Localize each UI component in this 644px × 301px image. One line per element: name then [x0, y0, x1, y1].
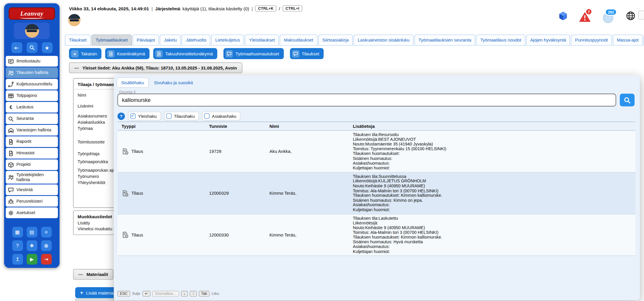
sidebar-item-label: Raportit [16, 139, 32, 144]
help-icon: ? [16, 243, 19, 249]
sidebar-item-kuljetussuunnittelu[interactable]: Kuljetussuunnittelu [6, 79, 58, 90]
tasks-button[interactable]: ▤ [27, 227, 37, 237]
tab-laskuaineiston-sisaanluku[interactable]: Laskuaineiston sisäänluku [354, 34, 414, 46]
sliders-button[interactable]: ≡ [41, 227, 52, 237]
document-icon [8, 139, 14, 145]
tab-massa-ajot[interactable]: Massa-ajot [613, 34, 643, 46]
sidebar-item-laskutus[interactable]: €Laskutus [6, 102, 58, 113]
tab-paivaajot[interactable]: Päiväajot [133, 34, 159, 46]
sidebar-item-ilmoitustaulu[interactable]: Ilmoitustaulu [6, 56, 58, 67]
site-notes-button[interactable]: Työmaahuomautukset [224, 48, 284, 59]
enter-key-badge: ↵ [142, 291, 150, 297]
magnifier-icon [8, 116, 14, 122]
euro-icon: € [8, 105, 14, 110]
sidebar-item-label: Asetukset [16, 211, 35, 215]
user-settings-button[interactable] [41, 240, 52, 251]
separator: | [251, 6, 253, 11]
header-user-avatar[interactable] [68, 14, 81, 26]
column-header-tunniste: Tunniste [205, 124, 265, 129]
tab-sivuhaku-ja-suosikit[interactable]: Sivuhaku ja suosikit [150, 78, 197, 87]
tab-lietekuljetus[interactable]: Lietekuljetus [211, 34, 244, 46]
registry-people-icon [8, 198, 14, 204]
tab-punnituspyynnot[interactable]: Punnituspyynnöt [571, 34, 612, 46]
sidebar-item-hinnastot[interactable]: Hinnastot [6, 148, 58, 158]
esc-key-badge: ESC [117, 291, 130, 297]
language-globe-button[interactable] [626, 11, 635, 22]
document-icon [157, 51, 162, 56]
sidebar-item-label: Seuranta [16, 116, 34, 121]
document-icon [108, 51, 113, 56]
tab-jakelu[interactable]: Jakelu [160, 34, 181, 46]
upload-button[interactable]: ↥ [12, 254, 23, 264]
notifications-button[interactable]: 292 [603, 13, 613, 23]
sidebar-item-varastojen-hallinta[interactable]: Varastojen hallinta [6, 125, 58, 135]
shortcut-separator: / [279, 6, 280, 11]
alerts-button[interactable]: 7 [579, 12, 591, 24]
notification-count-badge: 292 [605, 9, 617, 16]
tab-tyomaatilaus-noudot[interactable]: Työmaatilaus noudot [476, 34, 525, 46]
tab-sisaltohaku[interactable]: Sisältöhaku [117, 78, 148, 87]
tab-tyomaatilauksien-seuranta[interactable]: Työmaatilauksien seuranta [414, 34, 475, 46]
help-icon: ? [120, 114, 122, 119]
sidebar-item-tyontekijoiden-hallinta[interactable]: Työntekijöiden hallinta [6, 171, 58, 184]
results-header-row: Tyyppi Tunniste Nimi Lisätietoja [117, 122, 635, 131]
cube-3d-icon[interactable] [558, 11, 568, 23]
result-row-19728[interactable]: Tilaus 19728 Aku Ankka, Tilauksen tila:R… [117, 131, 635, 173]
play-button[interactable]: ▶ [27, 254, 37, 264]
tab-tilaukset[interactable]: Tilaukset [65, 34, 91, 46]
sidebar-search-button[interactable] [27, 42, 37, 53]
price-list-icon [8, 150, 14, 156]
search-help-button[interactable]: ? [117, 112, 125, 120]
tab-siirtoasiakirja[interactable]: Siirtoasiakirja [318, 34, 353, 46]
sidebar-user-avatar[interactable] [14, 23, 49, 39]
warranty-pricing-button[interactable]: Takuuhinnoittelunäkymä [153, 48, 217, 59]
sidebar-item-projekti[interactable]: Projekti [6, 159, 58, 170]
globe-icon [626, 11, 635, 21]
orders-button[interactable]: Tilaukset [290, 48, 324, 59]
filter-tilaushaku[interactable]: Tilaushaku [164, 112, 199, 120]
chat-icon [8, 187, 14, 193]
filter-yleishaku[interactable]: Yleishaku [128, 112, 161, 120]
sidebar-item-label: Kuljetussuunnittelu [16, 82, 52, 87]
favorites-button[interactable]: ★ [42, 42, 52, 53]
result-row-12000330[interactable]: Tilaus 12000330 Kimmo Teräs, Tilauksen t… [117, 214, 635, 256]
column-header-tyyppi: Tyyppi [117, 124, 205, 129]
column-header-nimi: Nimi [265, 124, 349, 129]
search-modal-tabs: Sisältöhaku Sivuhaku ja suosikit [117, 78, 197, 87]
result-name: Aku Ankka, [265, 149, 349, 154]
back-chevrons-icon: « [71, 50, 78, 57]
back-button[interactable]: «Takaisin [69, 48, 101, 59]
tab-ajojen-hyvaksynta[interactable]: Ajojen hyväksyntä [526, 34, 570, 46]
sidebar-item-seuranta[interactable]: Seuranta [6, 113, 58, 124]
arrow-down-key-badge: ↓ [181, 291, 188, 297]
tab-maksutilaukset[interactable]: Maksutilaukset [280, 34, 317, 46]
filter-asiakashaku[interactable]: Asiakashaku [202, 112, 240, 120]
app-logo[interactable]: Leanvay [9, 7, 55, 20]
sidebar-item-raportit[interactable]: Raportit [6, 136, 58, 147]
result-details: Tilauksen tila:Laskutettu Liikennöitsijä… [349, 214, 635, 256]
result-name: Kimmo Teräs, [265, 191, 349, 196]
sidebar-item-asetukset[interactable]: Asetukset [6, 208, 58, 218]
apps-grid-button[interactable]: ▦ [12, 227, 23, 237]
materials-section-header[interactable]: — Materiaalit [73, 269, 113, 280]
tab-tyomaatilaukset[interactable]: Työmaatilaukset [92, 34, 132, 46]
help-button[interactable]: ? [12, 240, 23, 251]
tab-jatehuolto[interactable]: Jätehuolto [182, 34, 210, 46]
table-grid-icon [8, 93, 14, 99]
sidebar-item-viestinta[interactable]: Viestintä [6, 185, 58, 195]
result-row-12000329[interactable]: Tilaus 12000329 Kimmo Teräs, Tilauksen t… [117, 172, 635, 214]
sidebar-item-perusrekisteri[interactable]: Perusrekisteri [6, 196, 58, 207]
play-icon: ▶ [30, 256, 34, 262]
checkbox-icon [204, 113, 209, 119]
tab-yleistilaukset[interactable]: Yleistilaukset [245, 34, 279, 46]
exit-button[interactable]: ⇥ [41, 254, 52, 264]
search-submit-button[interactable] [620, 94, 635, 106]
sidebar-item-tilausten-hallinta[interactable]: Tilausten hallinta [6, 67, 58, 78]
sidebar-item-tolppajono[interactable]: Tolppajono [6, 90, 58, 101]
extensions-button[interactable]: ❖ [27, 240, 37, 251]
employees-icon [8, 174, 14, 181]
overview-button[interactable]: Koontinäkymä [105, 48, 150, 59]
collapse-sidebar-button[interactable]: ⇤ [11, 42, 22, 53]
global-search-input[interactable] [117, 94, 616, 106]
general-info-section-header[interactable]: — Yleiset tiedot: Aku Ankka (58), Tilaus… [69, 62, 242, 73]
